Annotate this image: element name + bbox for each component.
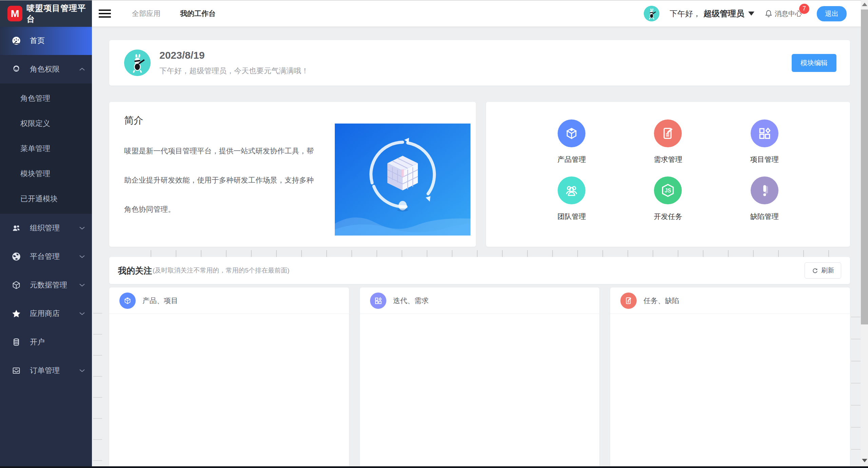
role-permissions-submenu: 角色管理 权限定义 菜单管理 模块管理 已开通模块 <box>0 83 92 214</box>
welcome-avatar <box>124 50 151 76</box>
message-center-link[interactable]: 消息中心 7 <box>765 9 807 18</box>
sidebar-item-label: 平台管理 <box>30 251 60 262</box>
module-edit-button[interactable]: 模块编辑 <box>792 54 836 72</box>
message-center-label: 消息中心 <box>775 9 802 18</box>
sidebar-item-role-permissions[interactable]: 角色权限 <box>0 55 92 83</box>
module-product-management[interactable]: 产品管理 <box>557 119 586 176</box>
module-defect-management[interactable]: 缺陷管理 <box>750 176 779 233</box>
order-icon <box>12 366 21 375</box>
scroll-up-arrow-icon[interactable] <box>862 3 867 6</box>
grid-ticks <box>126 250 846 257</box>
chevron-down-icon <box>748 12 754 16</box>
product-cube-icon <box>564 126 579 141</box>
intro-card: 简介 唛盟是新一代项目管理平台，提供一站式研发协作工具，帮助企业提升研发效能，使… <box>109 102 476 247</box>
sidebar-item-home[interactable]: 首页 <box>0 26 92 55</box>
sidebar-subitem-menu-management[interactable]: 菜单管理 <box>0 136 92 161</box>
refresh-button[interactable]: 刷新 <box>805 262 841 279</box>
sidebar-item-label: 组织管理 <box>30 223 60 233</box>
sidebar-item-label: 元数据管理 <box>30 280 67 290</box>
module-label: 团队管理 <box>557 212 586 221</box>
bottom-scroll-strip[interactable] <box>0 466 868 468</box>
chevron-down-icon <box>79 283 85 287</box>
sidebar: 首页 角色权限 角色管理 权限定义 菜单管理 模块管理 已开通模块 <box>0 26 92 466</box>
scrollbar-thumb[interactable] <box>861 10 868 324</box>
main-content: 2023/8/19 下午好，超级管理员，今天也要元气满满哦！ 模块编辑 简介 唛… <box>92 26 861 468</box>
my-focus-title: 我的关注 <box>118 265 152 276</box>
organization-icon <box>12 223 21 233</box>
focus-card-title: 迭代、需求 <box>393 296 429 305</box>
background-grid-lines-left <box>93 293 102 468</box>
module-project-management[interactable]: 项目管理 <box>750 119 779 176</box>
chevron-down-icon <box>79 312 85 316</box>
metadata-cube-icon <box>12 280 21 290</box>
refresh-icon <box>812 267 818 274</box>
sidebar-item-app-store[interactable]: 应用商店 <box>0 299 92 328</box>
vertical-scrollbar[interactable] <box>861 0 868 468</box>
app-title: 唛盟项目管理平台 <box>26 3 92 24</box>
menu-collapse-icon[interactable] <box>99 7 111 20</box>
app-window: M 唛盟项目管理平台 全部应用 我的工作台 <box>0 0 868 468</box>
role-user-icon <box>12 64 21 74</box>
focus-card-title: 产品、项目 <box>142 296 178 305</box>
globe-icon <box>12 252 21 261</box>
logout-button[interactable]: 退出 <box>817 6 847 21</box>
background-grid-lines-right <box>851 295 861 468</box>
dev-task-js-icon: JS <box>660 183 675 198</box>
defect-exclamation-icon <box>757 183 772 198</box>
message-count-badge: 7 <box>799 4 809 14</box>
team-icon <box>564 183 579 198</box>
focus-card-product-project[interactable]: 产品、项目 <box>109 287 349 468</box>
dashboard-icon <box>12 36 21 45</box>
focus-card-title: 任务、缺陷 <box>643 296 679 305</box>
sidebar-subitem-opened-modules[interactable]: 已开通模块 <box>0 186 92 211</box>
tab-all-apps[interactable]: 全部应用 <box>132 9 160 18</box>
scroll-down-arrow-icon[interactable] <box>862 459 867 462</box>
module-label: 缺陷管理 <box>750 212 779 221</box>
sidebar-item-label: 首页 <box>30 36 45 46</box>
module-team-management[interactable]: 团队管理 <box>557 176 586 233</box>
sidebar-item-label: 应用商店 <box>30 308 60 319</box>
sidebar-item-account-opening[interactable]: 开户 <box>0 328 92 356</box>
module-label: 开发任务 <box>654 212 682 221</box>
welcome-card: 2023/8/19 下午好，超级管理员，今天也要元气满满哦！ 模块编辑 <box>109 40 850 86</box>
greeting-prefix: 下午好， <box>670 8 701 19</box>
sidebar-item-label: 开户 <box>30 337 45 347</box>
project-grid-icon <box>374 296 383 305</box>
project-grid-icon <box>757 126 772 141</box>
product-cube-icon <box>123 296 132 305</box>
module-label: 产品管理 <box>557 155 586 164</box>
sidebar-subitem-module-management[interactable]: 模块管理 <box>0 161 92 186</box>
user-avatar[interactable] <box>644 6 659 21</box>
module-label: 需求管理 <box>654 155 682 164</box>
welcome-message: 下午好，超级管理员，今天也要元气满满哦！ <box>159 66 309 76</box>
focus-card-task-defect[interactable]: 任务、缺陷 <box>610 287 850 468</box>
tab-my-workbench[interactable]: 我的工作台 <box>180 9 216 18</box>
user-menu[interactable]: 下午好，超级管理员 <box>670 8 754 19</box>
module-dev-task[interactable]: JS 开发任务 <box>654 176 682 233</box>
sidebar-subitem-permission-definition[interactable]: 权限定义 <box>0 111 92 136</box>
focus-card-iteration-requirement[interactable]: 迭代、需求 <box>360 287 600 468</box>
header-tabs: 全部应用 我的工作台 <box>132 9 216 18</box>
logo-area: M 唛盟项目管理平台 <box>0 0 92 27</box>
refresh-label: 刷新 <box>821 266 834 275</box>
sidebar-item-platform[interactable]: 平台管理 <box>0 242 92 271</box>
intro-illustration <box>335 124 470 236</box>
bell-icon <box>765 10 773 18</box>
header-right: 下午好，超级管理员 消息中心 7 退出 <box>644 6 861 21</box>
sidebar-subitem-role-management[interactable]: 角色管理 <box>0 86 92 111</box>
top-bar: M 唛盟项目管理平台 全部应用 我的工作台 <box>0 0 861 26</box>
sidebar-item-organization[interactable]: 组织管理 <box>0 214 92 242</box>
module-requirement-management[interactable]: 需求管理 <box>654 119 682 176</box>
username: 超级管理员 <box>703 8 744 19</box>
chevron-down-icon <box>79 255 85 259</box>
welcome-texts: 2023/8/19 下午好，超级管理员，今天也要元气满满哦！ <box>159 50 309 76</box>
sidebar-item-metadata[interactable]: 元数据管理 <box>0 271 92 299</box>
app-logo: M <box>7 6 22 21</box>
chevron-down-icon <box>79 226 85 230</box>
my-focus-hint: (及时取消关注不常用的，常用的5个排在最前面) <box>153 266 289 275</box>
app-store-star-icon <box>12 309 21 318</box>
welcome-date: 2023/8/19 <box>159 50 309 61</box>
sidebar-item-orders[interactable]: 订单管理 <box>0 356 92 385</box>
requirement-doc-icon <box>624 296 633 305</box>
modules-card: 产品管理 需求管理 <box>486 102 850 247</box>
